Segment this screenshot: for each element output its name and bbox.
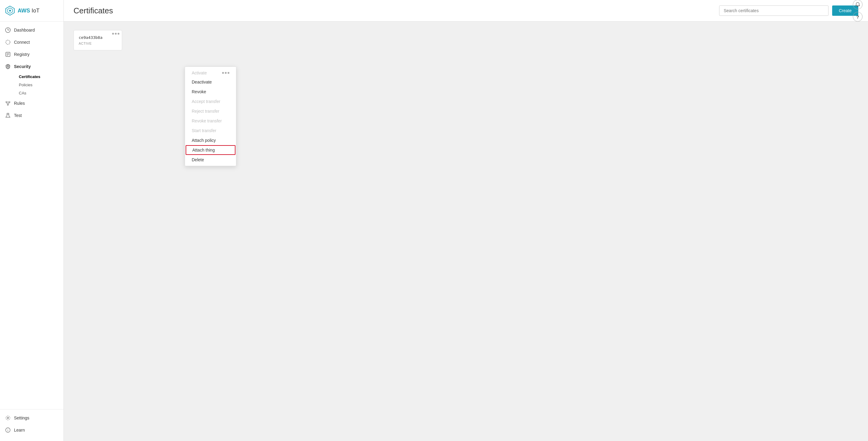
sidebar-item-registry[interactable]: Registry — [0, 48, 63, 60]
svg-point-4 — [6, 40, 10, 44]
main-content: Certificates Create ? — [64, 0, 868, 441]
menu-item-start-transfer: Start transfer — [185, 126, 236, 135]
sidebar-bottom: Settings i Learn — [0, 409, 63, 441]
sidebar-item-test[interactable]: Test — [0, 109, 63, 122]
certificate-card[interactable]: ce9a433b8a ACTIVE — [73, 30, 122, 51]
dot-2 — [115, 33, 117, 35]
context-menu: Activate Deactivate Revoke Accept transf… — [185, 66, 236, 166]
connect-icon — [5, 39, 11, 45]
sidebar: AWS IoT Dashboard Connect — [0, 0, 64, 441]
menu-item-revoke-transfer: Revoke transfer — [185, 116, 236, 126]
sidebar-item-policies[interactable]: Policies — [14, 81, 63, 89]
context-menu-header: Activate — [185, 68, 236, 77]
sidebar-item-connect-label: Connect — [14, 40, 30, 45]
activate-label-disabled: Activate — [192, 70, 207, 75]
svg-line-14 — [6, 103, 8, 104]
dot-1 — [112, 33, 114, 35]
sidebar-item-test-label: Test — [14, 113, 22, 118]
sidebar-item-registry-label: Registry — [14, 52, 29, 57]
menu-item-attach-policy[interactable]: Attach policy — [185, 135, 236, 145]
sidebar-item-rules[interactable]: Rules — [0, 97, 63, 109]
svg-text:i: i — [8, 429, 8, 432]
sidebar-item-dashboard[interactable]: Dashboard — [0, 24, 63, 36]
svg-point-12 — [7, 104, 8, 105]
test-icon — [5, 113, 11, 119]
context-menu-header-dots — [222, 72, 229, 74]
sidebar-item-learn[interactable]: i Learn — [0, 424, 63, 436]
sidebar-item-cas[interactable]: CAs — [14, 89, 63, 97]
card-menu-dots[interactable] — [112, 33, 119, 35]
logo-label: AWS IoT — [18, 8, 39, 14]
sidebar-item-connect[interactable]: Connect — [0, 36, 63, 48]
sidebar-nav: Dashboard Connect Registry — [0, 22, 63, 409]
svg-point-2 — [9, 10, 11, 11]
dot-3 — [118, 33, 119, 35]
header-dot-2 — [225, 72, 227, 74]
sidebar-item-settings-label: Settings — [14, 415, 29, 420]
header-dot-1 — [222, 72, 224, 74]
menu-item-delete[interactable]: Delete — [185, 155, 236, 165]
certificate-id: ce9a433b8a — [79, 35, 117, 40]
page-title: Certificates — [73, 6, 113, 15]
svg-line-15 — [8, 103, 9, 104]
sidebar-item-settings[interactable]: Settings — [0, 412, 63, 424]
security-subnav: Certificates Policies CAs — [0, 72, 63, 97]
svg-point-17 — [7, 417, 9, 419]
app-logo[interactable]: AWS IoT — [0, 0, 63, 22]
menu-item-deactivate[interactable]: Deactivate — [185, 77, 236, 87]
registry-icon — [5, 51, 11, 57]
help-icon[interactable]: ? — [853, 12, 863, 22]
sidebar-item-security-label: Security — [14, 64, 31, 69]
learn-icon: i — [5, 427, 11, 433]
sidebar-item-certificates[interactable]: Certificates — [14, 72, 63, 81]
security-icon — [5, 63, 11, 69]
certificate-status: ACTIVE — [79, 42, 117, 45]
menu-item-revoke[interactable]: Revoke — [185, 87, 236, 97]
header-dot-3 — [227, 72, 229, 74]
search-input[interactable] — [719, 5, 829, 16]
svg-point-11 — [9, 101, 10, 103]
sidebar-item-learn-label: Learn — [14, 428, 25, 433]
dashboard-icon — [5, 27, 11, 33]
sidebar-item-rules-label: Rules — [14, 101, 25, 106]
notifications-icon[interactable] — [853, 0, 863, 9]
menu-item-accept-transfer: Accept transfer — [185, 97, 236, 106]
header-actions: Create — [719, 5, 858, 16]
aws-iot-logo-icon — [5, 5, 15, 16]
main-header: Certificates Create ? — [64, 0, 868, 22]
menu-item-attach-thing[interactable]: Attach thing — [186, 145, 236, 155]
settings-icon — [5, 415, 11, 421]
content-area: ce9a433b8a ACTIVE Activate Deactivate Re… — [64, 22, 868, 441]
svg-point-10 — [6, 101, 7, 103]
sidebar-item-dashboard-label: Dashboard — [14, 28, 35, 32]
menu-item-reject-transfer: Reject transfer — [185, 106, 236, 116]
rules-icon — [5, 100, 11, 106]
svg-rect-9 — [7, 66, 9, 67]
sidebar-item-security[interactable]: Security — [0, 60, 63, 72]
